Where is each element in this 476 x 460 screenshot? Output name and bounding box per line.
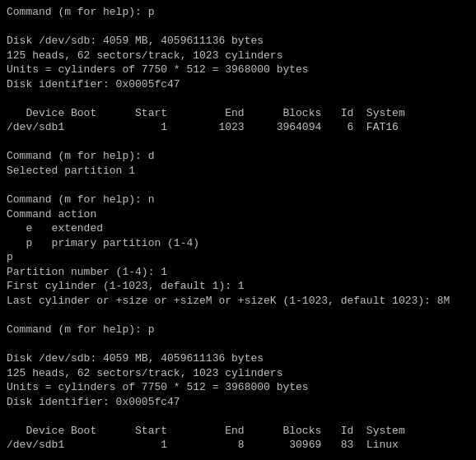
terminal-output: Command (m for help): p Disk /dev/sdb: 4… (7, 5, 469, 460)
